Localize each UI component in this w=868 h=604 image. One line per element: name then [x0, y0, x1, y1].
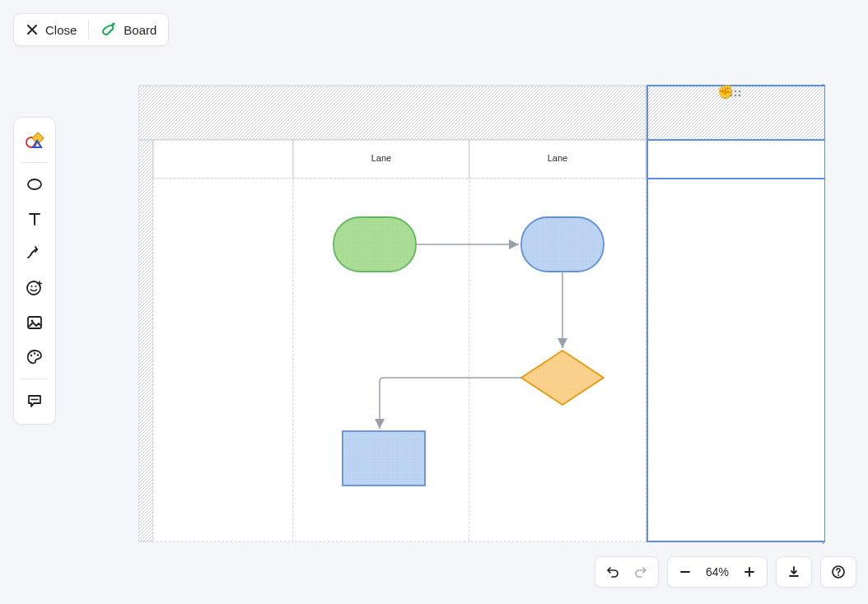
canvas[interactable]: Lane Lane — [0, 0, 868, 604]
lane1-label: Lane — [371, 153, 391, 163]
lane2-label: Lane — [548, 153, 567, 163]
zoom-out-button[interactable] — [671, 560, 699, 584]
help-icon — [831, 565, 846, 579]
new-lane-selected[interactable] — [647, 86, 825, 541]
pool-title-bar[interactable] — [138, 140, 153, 541]
help-button[interactable] — [824, 560, 852, 584]
svg-point-32 — [739, 95, 741, 97]
svg-point-27 — [730, 91, 733, 93]
zoom-level[interactable]: 64% — [699, 565, 735, 578]
plus-icon — [744, 566, 755, 578]
pool-header[interactable] — [138, 86, 646, 140]
svg-point-29 — [739, 91, 741, 93]
lane0-body[interactable] — [153, 179, 293, 541]
shape-process[interactable] — [343, 431, 425, 486]
zoom-in-button[interactable] — [735, 560, 763, 584]
redo-button[interactable] — [627, 560, 655, 584]
svg-point-31 — [735, 95, 737, 97]
svg-rect-24 — [647, 86, 825, 140]
redo-icon — [633, 565, 648, 579]
shape-terminator-blue[interactable] — [521, 217, 604, 272]
svg-point-28 — [735, 91, 737, 93]
undo-icon — [605, 565, 620, 579]
minus-icon — [679, 566, 691, 578]
zoom-controls: 64% — [667, 556, 768, 588]
svg-rect-26 — [647, 179, 825, 541]
svg-rect-25 — [647, 140, 825, 179]
help-group — [820, 556, 856, 588]
undo-button[interactable] — [599, 560, 627, 584]
history-controls — [595, 556, 659, 588]
download-icon — [787, 565, 800, 578]
svg-point-30 — [730, 95, 733, 97]
download-button[interactable] — [780, 560, 808, 584]
lane0-header[interactable] — [153, 140, 293, 179]
swimlane-diagram[interactable]: Lane Lane — [138, 79, 825, 545]
download-group — [776, 556, 812, 588]
bottom-controls: 64% — [595, 556, 856, 588]
shape-terminator-green[interactable] — [334, 217, 416, 272]
svg-point-34 — [838, 574, 839, 576]
